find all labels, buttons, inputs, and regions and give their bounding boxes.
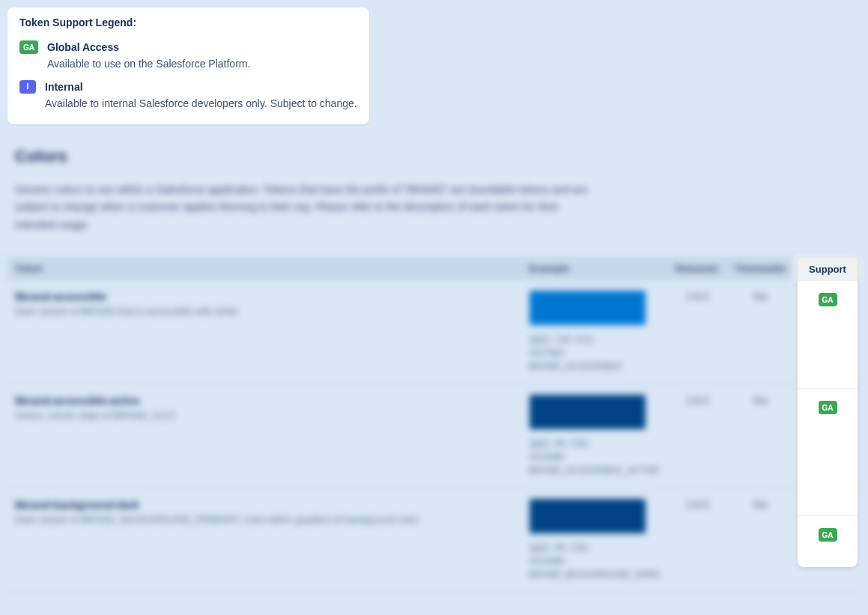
legend-card: Token Support Legend: GA Global Access A…: [7, 7, 369, 124]
example-cell: rgb(1, 118, 211) #0176d3 BRAND_ACCESSIBL…: [522, 280, 668, 384]
section-heading: Colors: [7, 147, 861, 166]
color-constant: BRAND_ACCESSIBLE: [529, 360, 661, 373]
color-swatch: [529, 291, 646, 325]
token-desc: Dark variant of BRAND that is accessible…: [15, 306, 515, 317]
legend-desc: Available to internal Salesforce develop…: [45, 95, 357, 112]
released-cell: 2.6.0: [667, 280, 727, 384]
legend-desc: Available to use on the Salesforce Platf…: [47, 55, 250, 72]
token-cell: $brand-background-dark Dark variant of B…: [7, 488, 522, 592]
legend-title: Token Support Legend:: [19, 16, 357, 28]
badge-i-icon: I: [19, 80, 36, 94]
header-released: Released: [667, 257, 727, 280]
table-row: $brand-background-dark Dark variant of B…: [7, 488, 861, 592]
badge-ga-icon: GA: [819, 293, 837, 306]
color-rgb: rgb(1, 68, 134): [529, 437, 661, 450]
token-name: $brand-background-dark: [15, 499, 515, 511]
color-hex: #014486: [529, 554, 661, 568]
token-table: Token Example Released Themeable Support…: [7, 257, 861, 593]
token-desc: Dark variant of BRAND_BACKGROUND_PRIMARY…: [15, 514, 515, 525]
themeable-cell: Yes: [727, 488, 793, 592]
token-name: $brand-accessible-active: [15, 395, 515, 407]
released-cell: 2.6.0: [667, 488, 727, 592]
legend-item-internal: I Internal Available to internal Salesfo…: [19, 79, 357, 112]
section-description: Generic colors to use within a Salesforc…: [7, 181, 592, 234]
badge-ga-icon: GA: [819, 528, 837, 542]
table-header-row: Token Example Released Themeable Support: [7, 257, 861, 280]
token-name: $brand-accessible: [15, 291, 515, 303]
support-cell: GA: [798, 281, 858, 389]
support-cell: GA: [798, 516, 858, 567]
color-rgb: rgb(1, 68, 134): [529, 541, 661, 554]
header-themeable: Themeable: [727, 257, 793, 280]
color-swatch: [529, 395, 646, 429]
legend-name: Internal: [45, 79, 357, 95]
badge-ga-icon: GA: [819, 401, 837, 414]
table-row: $brand-accessible Dark variant of BRAND …: [7, 280, 861, 384]
themeable-cell: Yes: [727, 384, 793, 488]
color-hex: #014486: [529, 450, 661, 464]
color-swatch: [529, 499, 646, 533]
color-values: rgb(1, 118, 211) #0176d3 BRAND_ACCESSIBL…: [529, 333, 661, 373]
support-header-overlay: Support: [798, 258, 858, 281]
table-row: $brand-accessible-active Active / Hover …: [7, 384, 861, 488]
legend-text: Global Access Available to use on the Sa…: [47, 39, 250, 73]
color-hex: #0176d3: [529, 346, 661, 360]
color-rgb: rgb(1, 118, 211): [529, 333, 661, 346]
legend-text: Internal Available to internal Salesforc…: [45, 79, 357, 112]
token-cell: $brand-accessible-active Active / Hover …: [7, 384, 522, 488]
color-constant: BRAND_BACKGROUND_DARK: [529, 568, 661, 581]
color-constant: BRAND_ACCESSIBLE_ACTIVE: [529, 464, 661, 477]
header-example: Example: [522, 257, 668, 280]
blurred-background: Colors Generic colors to use within a Sa…: [7, 147, 861, 593]
badge-ga-icon: GA: [19, 40, 38, 54]
example-cell: rgb(1, 68, 134) #014486 BRAND_BACKGROUND…: [522, 488, 668, 592]
token-desc: Active / Hover state of BRAND_A11Y: [15, 410, 515, 421]
support-cell: GA: [798, 389, 858, 516]
themeable-cell: Yes: [727, 280, 793, 384]
legend-item-ga: GA Global Access Available to use on the…: [19, 39, 357, 73]
example-cell: rgb(1, 68, 134) #014486 BRAND_ACCESSIBLE…: [522, 384, 668, 488]
color-values: rgb(1, 68, 134) #014486 BRAND_BACKGROUND…: [529, 541, 661, 581]
header-token: Token: [7, 257, 522, 280]
released-cell: 2.6.0: [667, 384, 727, 488]
support-column-overlay: Support GA GA GA: [798, 258, 858, 567]
legend-name: Global Access: [47, 39, 250, 55]
color-values: rgb(1, 68, 134) #014486 BRAND_ACCESSIBLE…: [529, 437, 661, 477]
token-cell: $brand-accessible Dark variant of BRAND …: [7, 280, 522, 384]
